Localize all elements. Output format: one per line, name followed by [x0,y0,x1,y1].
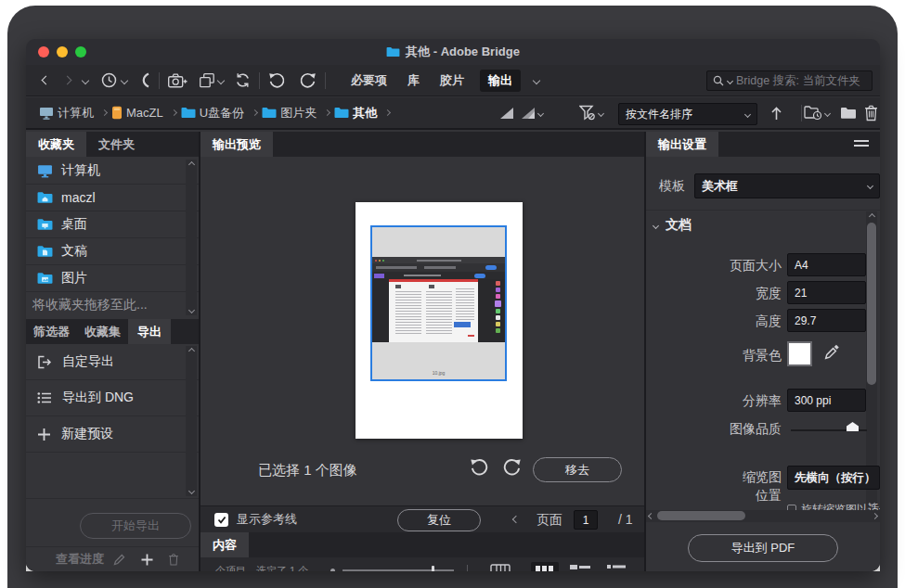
get-photos-camera-icon[interactable] [168,73,187,88]
remove-image-button[interactable]: 移去 [533,457,622,482]
copy-files-chevron[interactable] [217,76,225,83]
tab-filter[interactable]: 筛选器 [26,319,77,344]
drive-icon [111,106,123,120]
boomerang-icon[interactable] [139,72,150,88]
height-input[interactable]: 29.7 [787,309,866,332]
refresh-icon[interactable] [235,72,251,88]
workspace-tab-filmstrip[interactable]: 胶片 [440,72,464,89]
panel-menu-icon[interactable] [854,140,869,147]
favorite-item-home[interactable]: maczl [26,185,199,211]
rotate-cw-icon[interactable] [299,72,317,89]
quality-slider-thumb[interactable] [847,422,859,431]
export-scrollbar[interactable] [186,346,197,496]
hscrollbar-thumb[interactable] [657,511,745,520]
image-quality-slider[interactable] [791,429,867,431]
thumbnail-quality-icon[interactable] [499,107,514,120]
details-view-icon[interactable] [570,565,592,571]
page-number-input[interactable] [574,510,598,530]
scroll-left-icon[interactable] [648,513,654,519]
show-guides-checkbox[interactable] [214,513,228,527]
workspace-tab-essentials[interactable]: 必要项 [351,72,387,89]
edit-pencil-icon[interactable] [113,553,126,566]
thumb-size-small-icon[interactable] [330,569,335,572]
sort-dropdown[interactable]: 按文件名排序 [618,103,757,125]
breadcrumb-maczl[interactable]: MacZL [126,106,163,120]
tab-content[interactable]: 内容 [200,532,249,557]
page-size-input[interactable]: A4 [787,253,866,276]
export-to-pdf-button[interactable]: 导出到 PDF [688,534,838,562]
filmstrip-view-icon[interactable] [490,564,511,571]
workspace-tab-libraries[interactable]: 库 [407,72,420,89]
recent-folders-icon[interactable] [804,105,822,121]
tab-output-settings[interactable]: 输出设置 [646,132,718,157]
thumbnail-size-slider[interactable] [343,569,454,571]
page-preview[interactable]: 10.jpg [356,202,523,439]
breadcrumb-usb-backup[interactable]: U盘备份 [200,105,244,121]
recent-folders-chevron[interactable] [824,110,831,117]
favorite-item-documents[interactable]: 文稿 [26,238,199,265]
image-cell-selected[interactable]: 10.jpg [370,225,507,381]
thumbnail-quality-hq-icon[interactable] [521,107,536,120]
tab-favorites[interactable]: 收藏夹 [26,132,86,157]
search-input[interactable] [736,74,866,87]
favorite-item-desktop[interactable]: 桌面 [26,211,199,238]
filter-chevron[interactable] [598,110,604,117]
delete-preset-trash-icon[interactable] [168,553,179,566]
start-export-button[interactable]: 开始导出 [80,513,191,539]
recent-items-icon[interactable] [101,72,117,88]
preview-image-thumbnail[interactable] [372,257,505,342]
search-scope-chevron[interactable] [727,77,733,83]
thumbnail-quality-chevron[interactable] [537,110,544,117]
breadcrumb-pictures-folder[interactable]: 图片夹 [280,105,317,121]
template-dropdown[interactable]: 美术框 [694,173,880,198]
favorite-item-computer[interactable]: 计算机 [26,158,199,185]
resolution-input[interactable]: 300 ppi [787,389,866,412]
new-folder-icon[interactable] [840,106,857,120]
rotate-cw-icon[interactable] [502,458,522,477]
favorite-item-pictures[interactable]: 图片 [26,265,199,292]
rotate-ccw-icon[interactable] [268,72,286,89]
eyedropper-icon[interactable] [824,343,841,360]
workspace-menu-chevron[interactable] [533,76,540,83]
tab-output-preview[interactable]: 输出预览 [200,132,273,157]
prev-page-chevron[interactable] [512,516,520,523]
workspace-tab-output[interactable]: 输出 [480,70,521,92]
sort-ascending-icon[interactable] [770,106,782,121]
width-input[interactable]: 21 [787,281,866,304]
scroll-up-icon[interactable] [187,161,194,168]
scroll-right-icon[interactable] [872,513,878,519]
slider-thumb[interactable] [432,566,434,571]
scroll-down-icon[interactable] [187,307,194,313]
tab-export[interactable]: 导出 [128,319,171,344]
breadcrumb-computer[interactable]: 计算机 [58,105,94,121]
breadcrumb-current-other[interactable]: 其他 [353,105,377,121]
tab-folders[interactable]: 文件夹 [86,132,147,157]
scroll-down-icon[interactable] [187,488,194,494]
export-item-dng[interactable]: 导出到 DNG [26,380,199,416]
rotate-ccw-icon[interactable] [470,458,489,477]
favorites-scrollbar[interactable] [186,160,197,315]
search-box[interactable] [706,70,873,91]
recent-items-chevron[interactable] [121,76,128,83]
copy-files-icon[interactable] [200,73,214,88]
view-progress-label[interactable]: 查看进度 [56,551,104,568]
nav-menu-chevron[interactable] [82,76,89,83]
list-view-icon[interactable] [607,565,627,571]
thumb-position-dropdown[interactable]: 先横向（按行） [787,466,880,490]
tab-collections[interactable]: 收藏集 [77,319,128,344]
delete-trash-icon[interactable] [864,104,878,121]
scrollbar-thumb[interactable] [867,223,876,385]
forward-button[interactable] [63,76,72,85]
filter-funnel-icon[interactable] [579,105,595,121]
export-item-new-preset[interactable]: 新建预设 [26,416,199,453]
export-item-custom[interactable]: 自定导出 [26,344,199,380]
document-section-header[interactable]: 文档 [653,217,692,234]
scroll-up-icon[interactable] [187,348,194,354]
scroll-up-icon[interactable] [868,213,874,220]
add-preset-plus-icon[interactable] [141,554,153,566]
reset-button[interactable]: 复位 [397,509,481,531]
thumbnail-view-button-active[interactable] [531,562,559,571]
thumb-toolbar-2 [372,272,505,279]
back-button[interactable] [42,76,51,85]
bg-color-swatch[interactable] [787,341,812,366]
